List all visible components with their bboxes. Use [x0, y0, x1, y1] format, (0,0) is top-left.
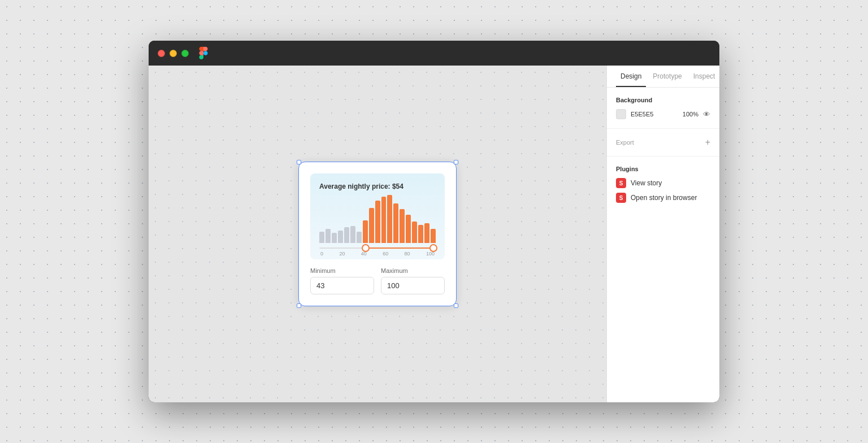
histogram-bar: [350, 226, 355, 243]
avg-price-label: Average nightly price: $54: [319, 183, 436, 190]
minimum-input-group: Minimum: [310, 267, 374, 294]
canvas-area[interactable]: Average nightly price: $54 0204060: [149, 66, 606, 402]
minimum-label: Minimum: [310, 267, 374, 274]
color-hex: E5E5E5: [631, 111, 678, 118]
histogram-bar: [338, 231, 343, 243]
visibility-icon[interactable]: 👁: [703, 110, 710, 119]
app-window: Average nightly price: $54 0204060: [149, 41, 719, 402]
histogram-bar: [375, 201, 380, 243]
maximum-input-group: Maximum: [381, 267, 445, 294]
histogram-bar: [363, 220, 368, 243]
app-body: Average nightly price: $54 0204060: [149, 66, 719, 402]
axis-label: 80: [405, 251, 410, 257]
handle-br[interactable]: [454, 303, 458, 308]
title-bar: [149, 41, 719, 66]
axis-labels: 020406080100: [319, 251, 436, 257]
inputs-row: Minimum Maximum: [310, 267, 445, 294]
histogram-bar: [319, 232, 324, 243]
range-handle-right[interactable]: [429, 244, 437, 252]
histogram-bar: [393, 203, 398, 243]
histogram-bar: [357, 232, 362, 243]
maximum-label: Maximum: [381, 267, 445, 274]
export-row: Export +: [616, 138, 710, 147]
histogram-bar: [369, 208, 374, 243]
plugin-item-open-story[interactable]: S Open story in browser: [616, 193, 710, 203]
maximum-input[interactable]: [381, 277, 445, 294]
plugin-item-view-story[interactable]: S View story: [616, 178, 710, 188]
tab-inspect[interactable]: Inspect: [689, 66, 719, 87]
range-slider-fill: [366, 247, 433, 249]
handle-tr[interactable]: [454, 160, 458, 164]
handle-bl[interactable]: [297, 303, 301, 308]
export-section: Export +: [607, 129, 719, 157]
histogram-bar: [412, 222, 417, 243]
minimize-button[interactable]: [170, 50, 177, 57]
plugins-section: Plugins S View story S Open story in bro…: [607, 157, 719, 216]
color-swatch[interactable]: [616, 109, 626, 119]
histogram-bar: [406, 215, 411, 243]
color-opacity: 100%: [683, 111, 698, 118]
histogram-bar: [387, 195, 392, 243]
panel-tabs: Design Prototype Inspect: [607, 66, 719, 88]
background-section: Background E5E5E5 100% 👁: [607, 88, 719, 129]
axis-label: 60: [383, 251, 388, 257]
export-add-button[interactable]: +: [705, 138, 710, 147]
close-button[interactable]: [158, 50, 165, 57]
export-label: Export: [616, 139, 634, 146]
background-row: E5E5E5 100% 👁: [616, 109, 710, 119]
histogram-bar: [332, 233, 337, 243]
plugin-label-view-story: View story: [631, 179, 662, 187]
histogram-bar: [418, 225, 423, 243]
histogram-bar: [400, 209, 405, 243]
histogram-bar: [431, 229, 436, 243]
histogram-bar: [381, 197, 387, 243]
tab-prototype[interactable]: Prototype: [648, 66, 686, 87]
axis-label: 0: [320, 251, 323, 257]
tab-design[interactable]: Design: [616, 66, 646, 87]
axis-label: 20: [339, 251, 345, 257]
figma-logo: [198, 45, 209, 61]
maximize-button[interactable]: [181, 50, 189, 57]
chart-area: Average nightly price: $54 0204060: [310, 173, 445, 259]
minimum-input[interactable]: [310, 277, 374, 294]
plugins-title: Plugins: [616, 166, 710, 172]
background-title: Background: [616, 97, 710, 103]
histogram-bar: [344, 227, 349, 243]
right-panel: Design Prototype Inspect Background E5E5…: [606, 66, 719, 402]
histogram-bar: [326, 229, 331, 243]
histogram-bars: [319, 196, 436, 244]
handle-tl[interactable]: [297, 160, 301, 164]
plugin-icon-open-story: S: [616, 193, 626, 203]
histogram-container: 020406080100: [319, 196, 436, 253]
histogram-bar: [424, 223, 429, 243]
traffic-lights: [158, 50, 189, 57]
plugin-icon-view-story: S: [616, 178, 626, 188]
component-frame: Average nightly price: $54 0204060: [298, 162, 457, 306]
range-slider-track[interactable]: [319, 247, 436, 249]
plugin-label-open-story: Open story in browser: [631, 194, 697, 202]
